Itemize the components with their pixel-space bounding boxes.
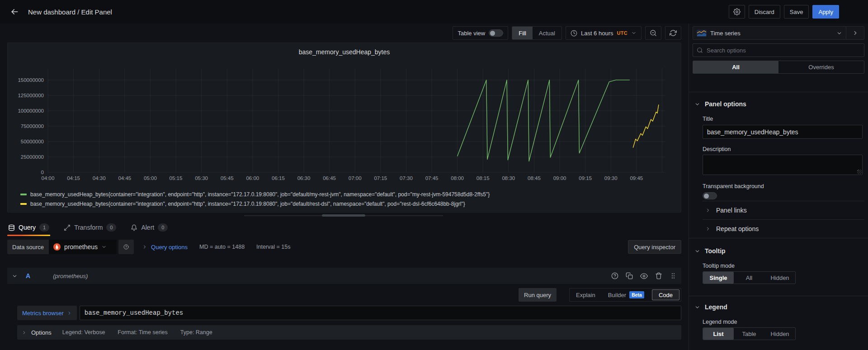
actual-option[interactable]: Actual <box>533 27 561 39</box>
legend-mode-table[interactable]: Table <box>734 328 764 340</box>
section-tooltip[interactable]: Tooltip <box>693 247 864 255</box>
table-view-label: Table view <box>458 30 485 37</box>
discard-button[interactable]: Discard <box>749 5 780 19</box>
panel-description-input[interactable] <box>703 155 863 175</box>
copy-icon <box>626 272 633 279</box>
collapse-options-pane-button[interactable] <box>846 27 864 39</box>
fit-mode-group: Fill Actual <box>512 26 562 40</box>
tooltip-mode-single[interactable]: Single <box>703 272 734 284</box>
legend-mode-hidden[interactable]: Hidden <box>764 328 795 340</box>
explain-toggle[interactable]: Explain <box>570 289 602 301</box>
chevron-right-icon <box>142 244 147 250</box>
x-tick-label: 04:00 <box>42 175 55 181</box>
time-range-picker[interactable]: Last 6 hours UTC <box>566 26 642 40</box>
section-panel-options[interactable]: Panel options <box>693 100 864 108</box>
metrics-browser-button[interactable]: Metrics browser <box>17 306 77 320</box>
drag-query-handle[interactable] <box>670 272 677 280</box>
fill-option[interactable]: Fill <box>512 27 533 39</box>
apply-button[interactable]: Apply <box>812 5 839 19</box>
tab-query[interactable]: Query 1 <box>7 219 50 236</box>
section-legend[interactable]: Legend <box>693 303 864 311</box>
legend-series-swatch <box>20 203 27 205</box>
dashboard-settings-button[interactable] <box>729 5 745 19</box>
editor-mode-group: Explain Builder Beta Code <box>569 288 681 302</box>
x-tick-label: 07:45 <box>425 175 439 181</box>
query-ref-id: A <box>26 272 30 279</box>
legend-item[interactable]: base_memory_usedHeap_bytes{container="in… <box>20 189 681 199</box>
y-tick-label: 100000000 <box>18 108 44 114</box>
code-mode-button[interactable]: Code <box>652 289 679 300</box>
builder-mode-button[interactable]: Builder Beta <box>602 289 651 301</box>
section-panel-links[interactable]: Panel links <box>693 201 864 219</box>
panel-title-value: base_memory_usedHeap_bytes <box>707 128 798 136</box>
section-repeat-options[interactable]: Repeat options <box>693 220 864 238</box>
zoom-out-time-button[interactable] <box>645 26 661 40</box>
promql-expression-input[interactable]: base_memory_usedHeap_bytes <box>80 306 681 320</box>
x-tick-label: 04:30 <box>93 175 106 181</box>
help-circle-icon <box>611 272 618 279</box>
legend-mode-list[interactable]: List <box>703 328 734 340</box>
viz-picker-value: Time series <box>710 30 741 37</box>
promql-editor-row: Metrics browser base_memory_usedHeap_byt… <box>17 306 681 321</box>
options-search-input[interactable]: Search options <box>693 43 864 57</box>
duplicate-query-button[interactable] <box>626 272 633 280</box>
legend-summary: Legend: Verbose <box>62 329 105 336</box>
timeseries-panel: base_memory_usedHeap_bytes 0250000005000… <box>7 43 681 213</box>
panel-title-input[interactable]: base_memory_usedHeap_bytes <box>703 125 863 139</box>
timeseries-viz-icon <box>697 30 707 37</box>
x-tick-label: 06:00 <box>246 175 259 181</box>
tab-transform[interactable]: Transform 0 <box>63 219 117 236</box>
legend-series-label: base_memory_usedHeap_bytes{container="in… <box>30 191 490 198</box>
query-a-header[interactable]: A (prometheus) <box>7 268 681 284</box>
tooltip-mode-hidden[interactable]: Hidden <box>764 272 795 284</box>
datasource-help-button[interactable] <box>118 240 134 254</box>
format-summary: Format: Time series <box>118 329 167 336</box>
delete-query-button[interactable] <box>655 272 662 280</box>
y-tick-label: 50000000 <box>21 139 44 144</box>
time-series-chart[interactable]: 0250000005000000075000000100000000125000… <box>8 57 681 189</box>
x-tick-label: 06:30 <box>297 175 311 181</box>
x-tick-label: 07:30 <box>400 175 413 181</box>
transparent-background-switch[interactable] <box>703 192 717 199</box>
split-pane <box>0 213 689 219</box>
section-title: Panel options <box>705 100 746 108</box>
query-inspector-button[interactable]: Query inspector <box>628 240 681 254</box>
run-query-button[interactable]: Run query <box>519 288 557 302</box>
panel-resize-handle[interactable] <box>322 214 365 217</box>
panel-header-title[interactable]: base_memory_usedHeap_bytes <box>8 43 681 57</box>
tab-overrides[interactable]: Overrides <box>778 61 864 73</box>
back-button[interactable] <box>7 5 22 19</box>
search-placeholder: Search options <box>707 47 746 54</box>
type-summary: Type: Range <box>180 329 212 336</box>
x-tick-label: 05:45 <box>221 175 234 181</box>
legend-item[interactable]: base_memory_usedHeap_bytes{container="in… <box>20 199 681 208</box>
tooltip-mode-all[interactable]: All <box>734 272 764 284</box>
x-tick-label: 04:15 <box>67 175 80 181</box>
save-button[interactable]: Save <box>784 5 809 19</box>
section-title: Panel links <box>716 207 747 214</box>
x-tick-label: 09:30 <box>604 175 618 181</box>
gear-icon <box>733 8 741 15</box>
x-tick-label: 09:00 <box>553 175 566 181</box>
breadcrumb: New dashboard / Edit Panel <box>28 8 112 16</box>
tab-all-options[interactable]: All <box>693 61 778 73</box>
query-help-button[interactable] <box>611 272 618 280</box>
query-row-actions <box>611 272 677 280</box>
main-column: Table view Fill Actual Last 6 hours UTC <box>0 24 689 350</box>
chevron-down-icon[interactable] <box>12 273 18 279</box>
x-tick-label: 08:15 <box>476 175 490 181</box>
search-icon <box>697 47 703 53</box>
tab-alert[interactable]: Alert 0 <box>130 219 169 236</box>
chevron-down-icon <box>694 248 700 254</box>
section-title: Repeat options <box>716 225 759 232</box>
refresh-button[interactable] <box>665 26 681 40</box>
table-view-switch[interactable] <box>489 29 503 37</box>
y-tick-label: 0 <box>41 170 44 175</box>
series-line <box>458 80 630 161</box>
query-options-toggle[interactable]: Query options <box>142 244 188 251</box>
legend-mode-group: List Table Hidden <box>703 327 796 340</box>
visualization-picker[interactable]: Time series <box>693 26 864 40</box>
query-options-summary-row[interactable]: Options Legend: Verbose Format: Time ser… <box>17 325 681 340</box>
datasource-select[interactable]: prometheus <box>49 240 117 254</box>
toggle-query-visibility-button[interactable] <box>640 272 648 280</box>
